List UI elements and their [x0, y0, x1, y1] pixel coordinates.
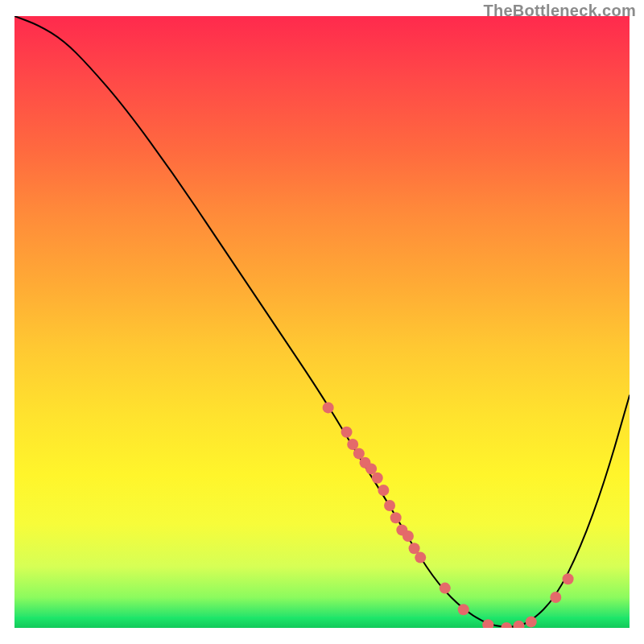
plot-area [14, 16, 630, 628]
chart-stage: TheBottleneck.com [0, 0, 644, 644]
highlight-dot [372, 473, 383, 484]
highlight-dot [415, 552, 426, 564]
highlight-dot [390, 512, 402, 523]
highlight-dot [347, 439, 358, 450]
highlight-dot [341, 427, 353, 438]
highlight-dot [365, 463, 377, 474]
highlight-dot [550, 592, 561, 603]
highlight-dot [482, 619, 493, 628]
highlight-dot [409, 543, 420, 554]
bottleneck-curve [14, 16, 630, 627]
highlight-dot [384, 500, 395, 511]
highlight-dot [378, 485, 389, 496]
highlight-dot [353, 448, 365, 459]
curve-layer [14, 16, 630, 628]
highlight-dot [563, 573, 574, 584]
highlight-dot [402, 530, 414, 542]
highlight-dot [440, 583, 451, 594]
highlight-dot [323, 402, 334, 413]
highlight-dot [501, 622, 512, 628]
highlight-dot [526, 616, 537, 627]
highlight-dot [458, 604, 469, 615]
highlight-dot [513, 621, 524, 628]
